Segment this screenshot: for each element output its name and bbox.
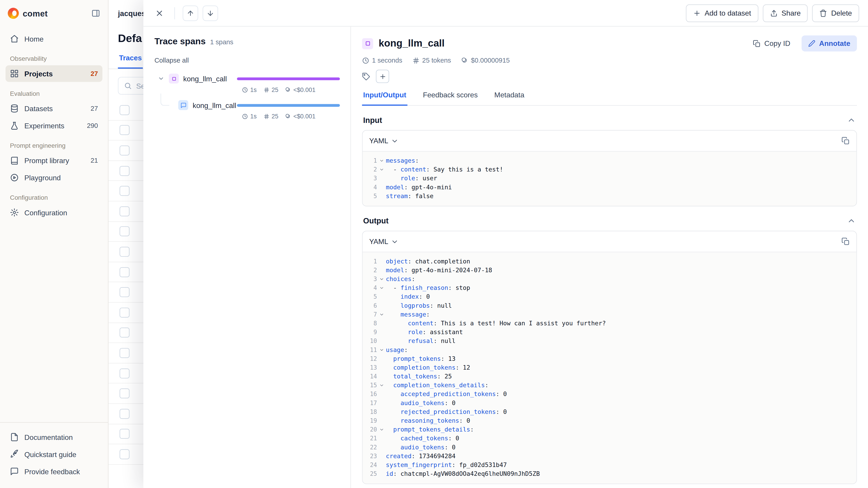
tab-traces[interactable]: Traces — [118, 49, 143, 69]
code-line: 21 cached_tokens: 0 — [365, 434, 851, 443]
trace-overlay: Add to dataset Share Delete Trace spans … — [143, 0, 868, 488]
copy-output-button[interactable] — [841, 237, 850, 246]
row-checkbox[interactable] — [120, 227, 129, 236]
row-checkbox[interactable] — [120, 368, 129, 378]
row-checkbox[interactable] — [120, 287, 129, 297]
line-number: 2 — [365, 267, 377, 273]
code-line: 20 prompt_tokens_details: — [365, 425, 851, 434]
row-checkbox[interactable] — [120, 186, 129, 196]
sidebar-item-experiments[interactable]: Experiments290 — [5, 117, 102, 134]
database-icon — [10, 104, 19, 113]
row-checkbox[interactable] — [120, 247, 129, 257]
code-line: 4model: gpt-4o-mini — [365, 183, 851, 191]
sidebar-item-prompt-library[interactable]: Prompt library21 — [5, 152, 102, 168]
span-stats: 1s25<$0.001 — [242, 86, 339, 93]
collapse-all-button[interactable]: Collapse all — [154, 57, 339, 64]
row-checkbox[interactable] — [120, 409, 129, 419]
row-checkbox[interactable] — [120, 145, 129, 156]
share-button[interactable]: Share — [763, 4, 808, 22]
line-number: 13 — [365, 364, 377, 370]
plus-icon — [693, 9, 701, 17]
copy-id-button[interactable]: Copy ID — [747, 36, 796, 51]
comet-logo[interactable]: comet — [8, 8, 48, 19]
fold-chevron-icon[interactable] — [377, 158, 385, 163]
chevron-down-icon[interactable] — [157, 75, 165, 82]
row-checkbox[interactable] — [120, 125, 129, 135]
row-checkbox[interactable] — [120, 166, 129, 176]
sidebar-collapse-icon[interactable] — [91, 9, 100, 18]
span-stats: 1s25<$0.001 — [242, 113, 339, 120]
line-number: 10 — [365, 337, 377, 344]
span-detail-panel: kong_llm_call Copy ID Annotate — [351, 27, 868, 488]
add-tag-button[interactable] — [376, 70, 389, 83]
duration-stat: 1s — [242, 86, 256, 93]
next-trace-button[interactable] — [203, 5, 218, 21]
sidebar-section-configuration: Configuration — [5, 186, 102, 203]
spans-title: Trace spans — [154, 37, 206, 46]
code-line: 10 refusal: null — [365, 336, 851, 345]
detail-scroll-area[interactable]: Input YAML 1messages:2 - content: Say th… — [362, 106, 857, 488]
row-checkbox[interactable] — [120, 328, 129, 338]
spans-header: Trace spans 1 spans — [154, 37, 339, 46]
delete-button[interactable]: Delete — [812, 4, 859, 22]
tab-feedback-scores[interactable]: Feedback scores — [422, 91, 479, 105]
span-row[interactable]: kong_llm_call — [154, 72, 339, 85]
search-icon — [124, 82, 132, 90]
input-format-select[interactable]: YAML — [369, 137, 399, 145]
sidebar-item-datasets[interactable]: Datasets27 — [5, 100, 102, 117]
tab-metadata[interactable]: Metadata — [493, 91, 526, 105]
input-card-bar: YAML — [363, 131, 856, 152]
tab-input-output[interactable]: Input/Output — [362, 91, 408, 106]
fold-chevron-icon[interactable] — [377, 427, 385, 432]
line-number: 11 — [365, 346, 377, 353]
row-checkbox[interactable] — [120, 206, 129, 216]
chevron-up-icon[interactable] — [847, 116, 856, 125]
cost-stat: <$0.001 — [285, 113, 315, 120]
code-line: 5 index: 0 — [365, 292, 851, 301]
sidebar-item-quickstart-guide[interactable]: Quickstart guide — [5, 446, 102, 462]
fold-chevron-icon[interactable] — [377, 276, 385, 281]
copy-input-button[interactable] — [841, 137, 850, 145]
code-line: 2 - content: Say this is a test! — [365, 165, 851, 174]
close-button[interactable] — [152, 6, 166, 20]
span-row[interactable]: kong_llm_call — [154, 98, 339, 112]
sidebar-item-projects[interactable]: Projects27 — [5, 65, 102, 82]
sidebar-item-playground[interactable]: Playground — [5, 169, 102, 186]
sidebar-item-configuration[interactable]: Configuration — [5, 204, 102, 221]
row-checkbox[interactable] — [120, 449, 129, 459]
chevron-up-icon[interactable] — [847, 217, 856, 225]
overlay-toolbar: Add to dataset Share Delete — [143, 0, 868, 27]
hash-icon — [264, 113, 270, 119]
sidebar-item-documentation[interactable]: Documentation — [5, 429, 102, 445]
code-line: 17 audio_tokens: 0 — [365, 398, 851, 407]
row-checkbox[interactable] — [120, 429, 129, 439]
span-label: kong_llm_call — [183, 74, 227, 83]
line-number: 8 — [365, 320, 377, 326]
row-checkbox[interactable] — [120, 105, 129, 115]
username: jacques — [118, 9, 146, 18]
tokens-stat: 25 — [264, 113, 278, 120]
row-checkbox[interactable] — [120, 348, 129, 358]
book-icon — [10, 156, 19, 165]
pencil-icon — [808, 40, 815, 47]
annotate-button[interactable]: Annotate — [801, 35, 857, 52]
trace-spans-panel: Trace spans 1 spans Collapse all kong_ll… — [143, 27, 351, 488]
fold-chevron-icon[interactable] — [377, 383, 385, 387]
code-line: 24system_fingerprint: fp_d02d531b47 — [365, 460, 851, 469]
row-checkbox[interactable] — [120, 307, 129, 318]
line-number: 6 — [365, 302, 377, 308]
sidebar-item-provide-feedback[interactable]: Provide feedback — [5, 463, 102, 480]
fold-chevron-icon[interactable] — [377, 285, 385, 290]
fold-chevron-icon[interactable] — [377, 167, 385, 172]
row-checkbox[interactable] — [120, 388, 129, 398]
row-checkbox[interactable] — [120, 267, 129, 277]
fold-chevron-icon[interactable] — [377, 312, 385, 317]
output-format-select[interactable]: YAML — [369, 237, 399, 246]
add-to-dataset-button[interactable]: Add to dataset — [686, 4, 758, 22]
fold-chevron-icon[interactable] — [377, 347, 385, 352]
sidebar-item-home[interactable]: Home — [5, 31, 102, 47]
span-tree: kong_llm_call1s25<$0.001kong_llm_call1s2… — [154, 72, 339, 120]
previous-trace-button[interactable] — [183, 5, 198, 21]
line-number: 20 — [365, 426, 377, 433]
span-label: kong_llm_call — [193, 101, 236, 109]
